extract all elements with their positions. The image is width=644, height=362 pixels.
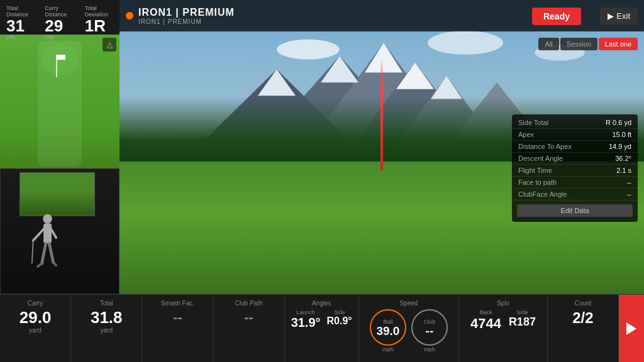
angles-header: Angles xyxy=(312,300,331,307)
top-stats-panel: Total Distance 31 yds Carry Distance 29 … xyxy=(0,0,119,35)
count-col: Count 2/2 xyxy=(548,295,619,362)
header-titles: IRON1 | PREMIUM IRON1 | PREMIUM xyxy=(138,7,235,25)
carry-distance-label: Carry Distance xyxy=(45,5,74,18)
svg-point-2 xyxy=(43,214,52,224)
smash-fac-col: Smash Fac. -- xyxy=(142,295,213,362)
play-icon xyxy=(626,322,636,335)
apex-label: Apex xyxy=(518,131,534,138)
filter-buttons: All Session Last one xyxy=(538,38,638,50)
total-unit: yard xyxy=(101,327,113,334)
stat-descent-angle: Descent Angle 36.2° xyxy=(512,153,638,165)
smash-fac-value: -- xyxy=(173,309,182,326)
ball-speed-unit: mph xyxy=(382,346,394,353)
side-spin-value: R187 xyxy=(509,315,536,329)
club-speed-circle: Club -- xyxy=(411,309,448,346)
stat-face-to-path: Face to path -- xyxy=(512,177,638,189)
carry-distance-block: Carry Distance 29 yds xyxy=(45,5,74,40)
svg-rect-1 xyxy=(57,55,65,60)
total-distance-block: Total Distance 31 yds xyxy=(6,5,33,40)
edit-data-button[interactable]: Edit Data xyxy=(517,204,633,217)
svg-point-23 xyxy=(428,31,503,55)
svg-line-7 xyxy=(42,243,45,263)
clubface-angle-label: ClubFace Angle xyxy=(518,190,567,198)
distance-to-apex-label: Distance To Apex xyxy=(518,143,572,150)
main-course-view: IRON1 | PREMIUM IRON1 | PREMIUM All Sess… xyxy=(119,0,644,294)
club-path-col: Club Path -- xyxy=(213,295,284,362)
carry-value: 29.0 xyxy=(19,309,52,326)
club-speed-value: -- xyxy=(426,325,434,337)
count-header: Count xyxy=(575,300,592,307)
range-screen xyxy=(19,172,95,216)
carry-unit: yard xyxy=(29,327,41,334)
stat-clubface-angle: ClubFace Angle -- xyxy=(512,189,638,200)
svg-line-5 xyxy=(32,241,33,264)
side-spin-block: Side R187 xyxy=(509,309,536,332)
speed-header: Speed xyxy=(399,300,418,307)
clubface-angle-value: -- xyxy=(627,190,631,198)
side-angle-label: Side xyxy=(334,309,345,315)
side-spin-label: Side xyxy=(516,309,528,315)
side-total-value: R 0.6 yd xyxy=(606,119,631,126)
svg-marker-17 xyxy=(321,56,358,82)
descent-angle-label: Descent Angle xyxy=(518,155,563,162)
total-distance-value: 31 xyxy=(6,18,25,34)
camera-view xyxy=(0,168,119,294)
back-spin-label: Back xyxy=(479,309,492,315)
club-path-value: -- xyxy=(244,309,253,326)
exit-label: Exit xyxy=(616,11,630,21)
avatar-button[interactable]: △ xyxy=(103,38,116,52)
filter-lastone-button[interactable]: Last one xyxy=(599,38,638,50)
smash-fac-header: Smash Fac. xyxy=(161,300,194,307)
descent-angle-value: 36.2° xyxy=(615,155,631,162)
angles-row: Launch 31.9° Side R0.9° xyxy=(291,309,352,330)
stat-distance-to-apex: Distance To Apex 14.9 yd xyxy=(512,141,638,153)
carry-distance-unit: yds xyxy=(45,34,53,40)
mini-flag-icon xyxy=(53,53,66,81)
side-total-label: Side Total xyxy=(518,119,548,126)
club-speed-block: Club -- mph xyxy=(411,309,448,353)
side-angle-value: R0.9° xyxy=(327,315,352,327)
ready-button[interactable]: Ready xyxy=(532,8,581,25)
play-button[interactable] xyxy=(619,295,644,362)
apex-value: 15.0 ft xyxy=(612,131,631,138)
flight-time-label: Flight Time xyxy=(518,167,552,174)
speed-row: Ball 39.0 mph Club -- mph xyxy=(370,309,448,353)
side-angle-block: Side R0.9° xyxy=(327,309,352,330)
golfer-silhouette xyxy=(26,212,64,281)
club-speed-label: Club xyxy=(424,319,436,325)
stat-side-total: Side Total R 0.6 yd xyxy=(512,117,638,129)
launch-value: 31.9° xyxy=(291,315,321,330)
stat-apex: Apex 15.0 ft xyxy=(512,129,638,141)
svg-line-4 xyxy=(33,228,45,241)
header-title-sub: IRON1 | PREMIUM xyxy=(138,18,235,25)
ball-tracer xyxy=(380,59,383,171)
bottom-stats-bar: Carry 29.0 yard Total 31.8 yard Smash Fa… xyxy=(0,294,644,362)
right-stats-panel: Side Total R 0.6 yd Apex 15.0 ft Distanc… xyxy=(512,114,638,222)
golfer-background xyxy=(1,169,119,293)
back-spin-value: 4744 xyxy=(470,315,501,332)
svg-marker-20 xyxy=(431,76,462,99)
header-title-main: IRON1 | PREMIUM xyxy=(138,7,235,18)
launch-label: Launch xyxy=(296,309,315,315)
face-to-path-label: Face to path xyxy=(518,178,557,186)
total-deviation-value: 1R xyxy=(85,18,106,34)
carry-header: Carry xyxy=(28,300,43,307)
carry-distance-value: 29 xyxy=(45,18,63,34)
exit-button[interactable]: ▶ Exit xyxy=(600,8,638,25)
filter-session-button[interactable]: Session xyxy=(560,38,597,50)
total-distance-unit: yds xyxy=(6,34,15,40)
flight-time-value: 2.1 s xyxy=(616,167,631,174)
svg-point-22 xyxy=(277,40,340,60)
ball-speed-label: Ball xyxy=(383,319,392,325)
filter-all-button[interactable]: All xyxy=(538,38,558,50)
exit-icon: ▶ xyxy=(608,11,614,21)
spin-row: Back 4744 Side R187 xyxy=(470,309,536,332)
angles-col: Angles Launch 31.9° Side R0.9° xyxy=(285,295,359,362)
total-value: 31.8 xyxy=(91,309,123,326)
total-deviation-label: Total Deviation xyxy=(85,5,113,18)
ball-speed-circle: Ball 39.0 xyxy=(370,309,406,346)
stat-flight-time: Flight Time 2.1 s xyxy=(512,165,638,177)
spin-col: Spin Back 4744 Side R187 xyxy=(459,295,548,362)
club-speed-unit: mph xyxy=(424,346,435,353)
distance-to-apex-value: 14.9 yd xyxy=(609,143,631,150)
